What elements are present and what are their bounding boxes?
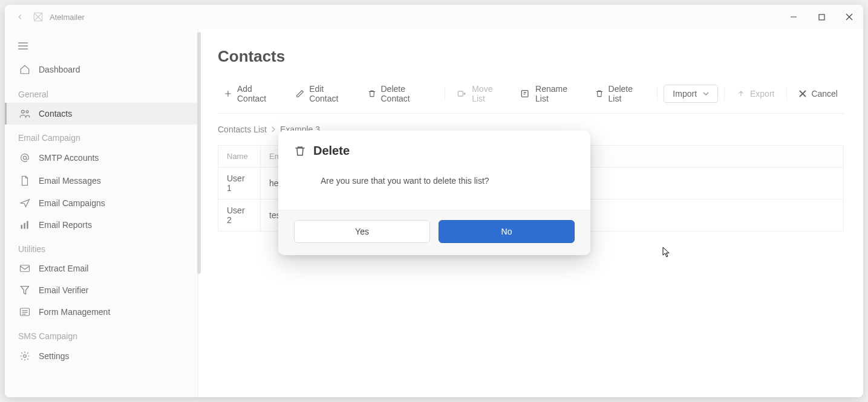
modal-title: Delete — [313, 144, 350, 158]
delete-confirm-dialog: Delete Are you sure that you want to del… — [278, 131, 590, 255]
modal-footer: Yes No — [278, 210, 590, 255]
dialog-yes-button[interactable]: Yes — [294, 220, 430, 243]
modal-header: Delete — [278, 131, 590, 164]
dialog-no-button[interactable]: No — [439, 220, 575, 243]
modal-message: Are you sure that you want to delete thi… — [278, 164, 590, 210]
trash-icon — [294, 145, 306, 157]
